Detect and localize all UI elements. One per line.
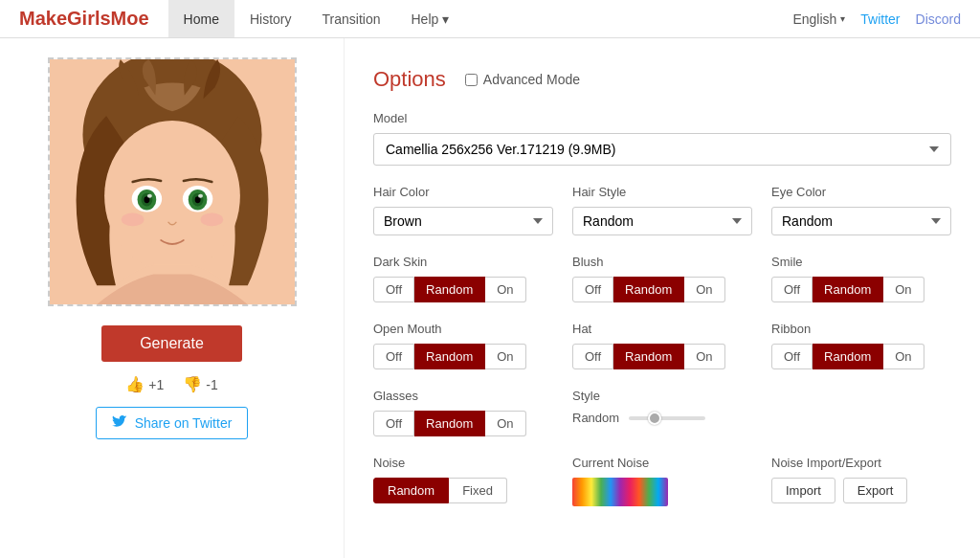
dark-skin-label: Dark Skin	[373, 255, 553, 269]
blush-random[interactable]: Random	[613, 277, 684, 302]
eye-color-group: Eye Color Random	[771, 185, 951, 235]
dark-skin-random[interactable]: Random	[414, 277, 485, 302]
hair-color-group: Hair Color Brown	[373, 185, 553, 235]
noise-section: Noise Random Fixed Current Noise Noise I…	[373, 456, 951, 506]
smile-toggle: Off Random On	[771, 277, 951, 302]
noise-import-export-label: Noise Import/Export	[771, 456, 951, 470]
hair-color-select[interactable]: Brown	[373, 207, 553, 235]
vote-row: 👍 +1 👎 -1	[125, 375, 217, 393]
glasses-off[interactable]: Off	[373, 411, 414, 436]
hair-style-select[interactable]: Random	[572, 207, 752, 235]
generate-button[interactable]: Generate	[101, 325, 242, 362]
blush-off[interactable]: Off	[572, 277, 613, 302]
noise-random-btn[interactable]: Random	[373, 478, 449, 503]
ribbon-on[interactable]: On	[883, 344, 924, 369]
twitter-link[interactable]: Twitter	[860, 11, 900, 27]
svg-point-15	[200, 212, 223, 226]
blush-toggle: Off Random On	[572, 277, 752, 302]
import-button[interactable]: Import	[771, 478, 835, 503]
options-grid-row1: Hair Color Brown Hair Style Random Eye C…	[373, 185, 951, 235]
hat-toggle: Off Random On	[572, 344, 752, 369]
glasses-toggle: Off Random On	[373, 411, 553, 436]
anime-character-image	[50, 57, 295, 306]
nav-item-home[interactable]: Home	[168, 0, 234, 37]
hat-group: Hat Off Random On	[572, 322, 752, 369]
options-grid-row3: Open Mouth Off Random On Hat Off Random …	[373, 322, 951, 369]
upvote-button[interactable]: 👍 +1	[125, 375, 164, 393]
downvote-label: -1	[206, 377, 217, 392]
dark-skin-on[interactable]: On	[485, 277, 525, 302]
options-grid-row2: Dark Skin Off Random On Blush Off Random…	[373, 255, 951, 302]
share-twitter-button[interactable]: Share on Twitter	[96, 407, 249, 439]
ribbon-off[interactable]: Off	[771, 344, 813, 369]
nav-item-history[interactable]: History	[234, 0, 307, 37]
advanced-mode-toggle[interactable]: Advanced Mode	[465, 72, 580, 87]
open-mouth-toggle: Off Random On	[373, 344, 553, 369]
glasses-group: Glasses Off Random On	[373, 389, 553, 436]
nav-item-help[interactable]: Help ▾	[395, 0, 464, 37]
smile-random[interactable]: Random	[813, 277, 883, 302]
hat-off[interactable]: Off	[572, 344, 613, 369]
dark-skin-off[interactable]: Off	[373, 277, 414, 302]
style-slider-label: Random	[572, 411, 619, 425]
smile-label: Smile	[771, 255, 951, 269]
discord-link[interactable]: Discord	[916, 11, 961, 27]
svg-point-14	[121, 212, 144, 226]
left-panel: Generate 👍 +1 👎 -1 Share on Twitter	[0, 38, 345, 558]
open-mouth-off[interactable]: Off	[373, 344, 414, 369]
nav-item-transition[interactable]: Transition	[307, 0, 396, 37]
options-title: Options	[373, 67, 446, 92]
current-noise-group: Current Noise	[572, 456, 752, 506]
glasses-random[interactable]: Random	[414, 411, 485, 436]
style-slider-row: Random	[572, 411, 752, 425]
placeholder-group	[771, 389, 951, 436]
header: MakeGirlsMoe Home History Transition Hel…	[0, 0, 980, 38]
options-header: Options Advanced Mode	[373, 67, 951, 92]
dark-skin-group: Dark Skin Off Random On	[373, 255, 553, 302]
import-export-buttons: Import Export	[771, 478, 951, 503]
upvote-label: +1	[148, 377, 164, 392]
advanced-mode-checkbox[interactable]	[465, 74, 478, 86]
dark-skin-toggle: Off Random On	[373, 277, 553, 302]
language-selector[interactable]: English ▾	[792, 11, 845, 27]
smile-on[interactable]: On	[883, 277, 924, 302]
thumbs-up-icon: 👍	[125, 375, 145, 393]
noise-fixed-btn[interactable]: Fixed	[449, 478, 507, 503]
model-section-label: Model	[373, 111, 951, 125]
thumbs-down-icon: 👎	[183, 375, 202, 393]
blush-group: Blush Off Random On	[572, 255, 752, 302]
language-label: English	[792, 11, 836, 27]
open-mouth-group: Open Mouth Off Random On	[373, 322, 553, 369]
noise-group: Noise Random Fixed	[373, 456, 553, 503]
main-layout: Generate 👍 +1 👎 -1 Share on Twitter Opti…	[0, 38, 980, 558]
blush-label: Blush	[572, 255, 752, 269]
nav: Home History Transition Help ▾	[168, 0, 793, 37]
logo[interactable]: MakeGirlsMoe	[19, 8, 149, 30]
ribbon-random[interactable]: Random	[813, 344, 883, 369]
hat-on[interactable]: On	[684, 344, 724, 369]
open-mouth-label: Open Mouth	[373, 322, 553, 336]
header-right: English ▾ Twitter Discord	[792, 11, 961, 27]
svg-point-2	[104, 121, 240, 272]
downvote-button[interactable]: 👎 -1	[183, 375, 217, 393]
twitter-bird-icon	[112, 415, 127, 431]
model-select[interactable]: Camellia 256x256 Ver.171219 (9.9MB)	[373, 133, 951, 166]
options-grid-row4: Glasses Off Random On Style Random	[373, 389, 951, 436]
style-slider[interactable]	[629, 416, 705, 420]
right-panel: Options Advanced Mode Model Camellia 256…	[345, 38, 980, 558]
hat-label: Hat	[572, 322, 752, 336]
eye-color-select[interactable]: Random	[771, 207, 951, 235]
ribbon-label: Ribbon	[771, 322, 951, 336]
blush-on[interactable]: On	[684, 277, 724, 302]
open-mouth-on[interactable]: On	[485, 344, 525, 369]
smile-off[interactable]: Off	[771, 277, 813, 302]
export-button[interactable]: Export	[843, 478, 908, 503]
hair-color-label: Hair Color	[373, 185, 553, 199]
hat-random[interactable]: Random	[613, 344, 684, 369]
share-twitter-label: Share on Twitter	[135, 415, 233, 431]
open-mouth-random[interactable]: Random	[414, 344, 485, 369]
noise-import-export-group: Noise Import/Export Import Export	[771, 456, 951, 503]
glasses-on[interactable]: On	[485, 411, 525, 436]
eye-color-label: Eye Color	[771, 185, 951, 199]
hair-style-group: Hair Style Random	[572, 185, 752, 235]
